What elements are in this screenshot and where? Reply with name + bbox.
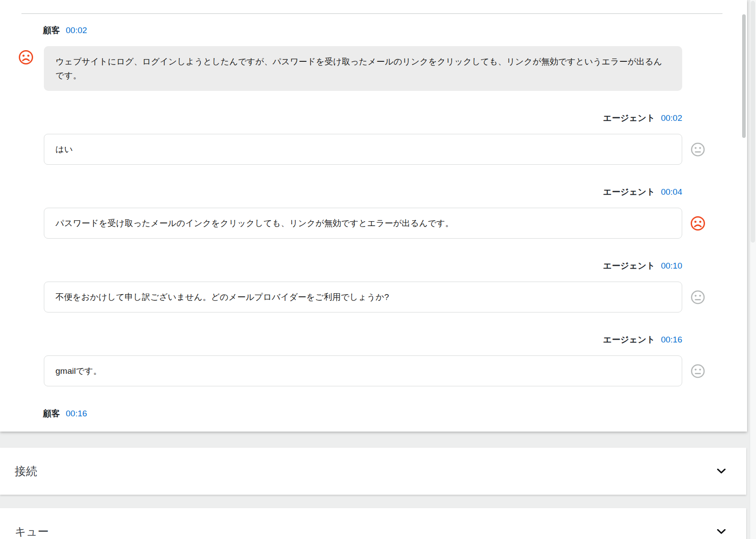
message-bubble-row: 不便をおかけして申し訳ございません。どのメールプロバイダーをご利用でしょうか? [44,282,682,312]
timestamp[interactable]: 00:16 [66,408,87,419]
sender-label: エージェント [603,334,655,346]
timestamp[interactable]: 00:02 [661,112,682,124]
message-row: エージェント00:10不便をおかけして申し訳ございません。どのメールプロバイダー… [0,260,747,312]
chevron-down-icon[interactable] [717,467,726,475]
message-bubble: パスワードを受け取ったメールのインクをクリックしても、リンクが無効ですとエラーが… [44,208,682,239]
section-queue-label: キュー [15,524,49,539]
section-connection-header[interactable]: 接続 [0,448,746,495]
sentiment-neutral-icon [690,363,706,379]
sender-label: エージェント [603,186,655,198]
sender-label: エージェント [603,112,655,124]
message-meta: エージェント00:16 [43,334,682,346]
sentiment-negative-icon [690,215,706,231]
message-bubble-row: はい [44,134,682,165]
section-queue-header[interactable]: キュー [0,508,746,539]
sentiment-neutral-icon [690,141,706,158]
message-meta: エージェント00:04 [43,186,682,198]
message-row: 顧客00:16 [0,408,747,419]
message-bubble-row: ウェブサイトにログ、ログインしようとしたんですが、パスワードを受け取ったメールの… [44,46,682,91]
message-row: 顧客00:02ウェブサイトにログ、ログインしようとしたんですが、パスワードを受け… [0,25,747,91]
page-scrollbar-track[interactable] [750,0,756,539]
sender-label: 顧客 [43,408,60,419]
message-bubble: gmailです。 [44,355,682,386]
timestamp[interactable]: 00:04 [661,186,682,198]
contact-details-page: 顧客00:02ウェブサイトにログ、ログインしようとしたんですが、パスワードを受け… [0,0,756,539]
message-meta: エージェント00:02 [43,112,682,124]
message-bubble: はい [44,134,682,165]
timestamp[interactable]: 00:02 [66,25,87,36]
sentiment-negative-icon [18,49,34,65]
timestamp[interactable]: 00:16 [661,334,682,346]
page-scrollbar-thumb[interactable] [751,1,755,243]
section-connection-label: 接続 [15,464,37,479]
message-row: エージェント00:02はい [0,112,747,165]
message-bubble-row: gmailです。 [44,355,682,386]
message-meta: 顧客00:16 [43,408,682,419]
message-bubble: 不便をおかけして申し訳ございません。どのメールプロバイダーをご利用でしょうか? [44,282,682,312]
sender-label: 顧客 [43,25,60,36]
sender-label: エージェント [603,260,655,272]
message-row: エージェント00:16gmailです。 [0,334,747,386]
message-meta: 顧客00:02 [43,25,682,36]
message-bubble: ウェブサイトにログ、ログインしようとしたんですが、パスワードを受け取ったメールの… [44,46,682,91]
message-row: エージェント00:04パスワードを受け取ったメールのインクをクリックしても、リン… [0,186,747,239]
message-bubble-row: パスワードを受け取ったメールのインクをクリックしても、リンクが無効ですとエラーが… [44,208,682,239]
message-list: 顧客00:02ウェブサイトにログ、ログインしようとしたんですが、パスワードを受け… [0,0,747,419]
transcript-scrollbar-thumb[interactable] [742,14,746,138]
sentiment-neutral-icon [690,289,706,305]
message-meta: エージェント00:10 [43,260,682,272]
chevron-down-icon[interactable] [717,528,726,536]
timestamp[interactable]: 00:10 [661,260,682,272]
transcript-panel: 顧客00:02ウェブサイトにログ、ログインしようとしたんですが、パスワードを受け… [0,0,747,432]
